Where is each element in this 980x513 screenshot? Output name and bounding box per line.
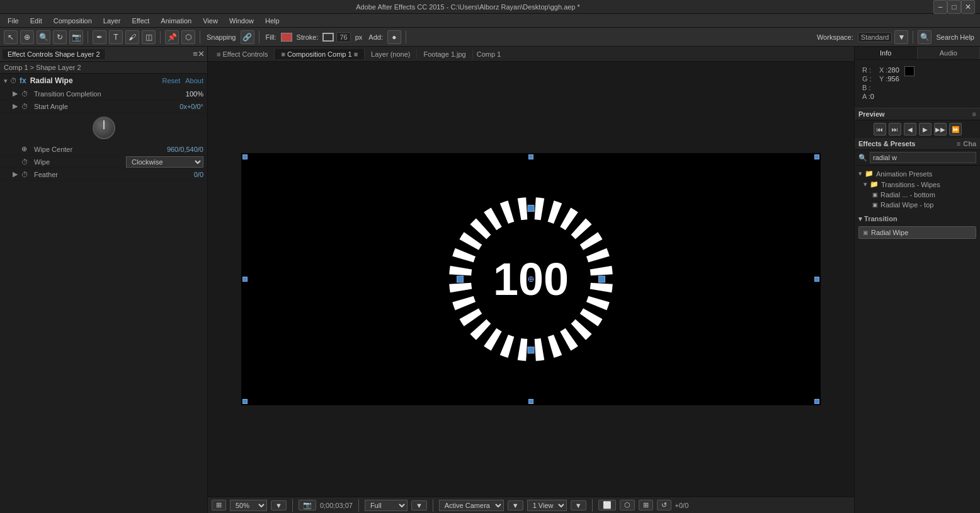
menu-bar: File Edit Composition Layer Effect Anima… bbox=[0, 14, 980, 28]
grid-overlay-btn[interactable]: ⊞ bbox=[639, 500, 653, 510]
menu-help[interactable]: Help bbox=[260, 16, 285, 26]
handle-bl[interactable] bbox=[242, 399, 248, 404]
reset-button[interactable]: Reset bbox=[162, 77, 181, 84]
handle-ml[interactable] bbox=[242, 277, 248, 282]
menu-edit[interactable]: Edit bbox=[25, 16, 47, 26]
tab-layer-viewer[interactable]: Layer (none) bbox=[365, 49, 417, 59]
handle-bc[interactable] bbox=[528, 399, 533, 404]
panel-close-btn[interactable]: ✕ bbox=[198, 49, 205, 59]
tab-info[interactable]: Info bbox=[855, 47, 918, 59]
tool-rotate[interactable]: ↻ bbox=[53, 30, 67, 44]
3d-btn[interactable]: ⬡ bbox=[620, 500, 635, 510]
tool-camera[interactable]: 📷 bbox=[69, 30, 83, 44]
tree-animation-presets[interactable]: ▾ 📁 Animation Presets bbox=[855, 168, 980, 179]
tool-stamp[interactable]: ◫ bbox=[142, 30, 156, 44]
tool-pin[interactable]: 📌 bbox=[165, 30, 179, 44]
tab-effect-controls-viewer[interactable]: ≡ Effect Controls bbox=[210, 49, 275, 59]
camera-menu[interactable]: ▼ bbox=[508, 500, 523, 510]
tool-text[interactable]: T bbox=[109, 30, 123, 44]
effect-expand[interactable]: ▾ bbox=[4, 77, 8, 85]
stroke-color[interactable] bbox=[322, 33, 334, 42]
stroke-value[interactable]: 76 bbox=[336, 32, 350, 42]
prop-stopwatch-wipe[interactable]: ⏱ bbox=[21, 158, 31, 166]
prop-value-transition[interactable]: 100% bbox=[186, 90, 203, 98]
composition-area[interactable]: 100 bbox=[208, 62, 854, 497]
prop-expand-angle[interactable]: ▶ bbox=[13, 102, 21, 110]
prop-value-center[interactable]: 960/0,540/0 bbox=[167, 146, 203, 153]
tool-brush[interactable]: 🖌 bbox=[125, 30, 139, 44]
render-btn[interactable]: ⬜ bbox=[598, 500, 616, 510]
prev-play[interactable]: ▶ bbox=[919, 123, 932, 135]
snapshot-btn[interactable]: 📷 bbox=[299, 500, 316, 510]
wipe-direction-select[interactable]: Clockwise Counter-Clockwise Both bbox=[126, 156, 203, 168]
tab-footage-viewer[interactable]: Footage 1.jpg bbox=[417, 49, 472, 59]
camera-select[interactable]: Active Camera bbox=[439, 500, 504, 511]
prev-first[interactable]: ⏮ bbox=[874, 123, 886, 135]
transition-radial-wipe[interactable]: ▣ Radial Wipe bbox=[858, 226, 976, 239]
tab-effect-controls[interactable]: Effect Controls Shape Layer 2 bbox=[3, 49, 106, 59]
preview-menu[interactable]: ≡ bbox=[972, 110, 976, 118]
menu-layer[interactable]: Layer bbox=[98, 16, 126, 26]
tree-radial-top[interactable]: ▣ Radial Wipe - top bbox=[855, 200, 980, 210]
snapping-toggle[interactable]: 🔗 bbox=[241, 30, 254, 44]
zoom-menu[interactable]: ▼ bbox=[271, 500, 287, 510]
handle-mr[interactable] bbox=[814, 277, 819, 282]
prop-stopwatch-transition[interactable]: ⏱ bbox=[21, 90, 31, 98]
fill-color[interactable] bbox=[281, 33, 292, 42]
prop-stopwatch-feather[interactable]: ⏱ bbox=[21, 171, 31, 178]
search-button[interactable]: 🔍 bbox=[918, 30, 932, 44]
quality-select[interactable]: Full Half Quarter bbox=[365, 500, 407, 511]
prop-value-feather[interactable]: 0/0 bbox=[194, 171, 203, 178]
fx-label: fx bbox=[20, 76, 26, 85]
effects-chars-btn[interactable]: Cha bbox=[963, 140, 976, 147]
menu-animation[interactable]: Animation bbox=[156, 16, 197, 26]
tool-selection[interactable]: ↖ bbox=[4, 30, 18, 44]
panel-menu-btn[interactable]: ≡ bbox=[193, 49, 198, 59]
workspace-menu[interactable]: ▼ bbox=[894, 30, 908, 44]
start-angle-dial[interactable] bbox=[93, 117, 115, 139]
tool-pen[interactable]: ✒ bbox=[93, 30, 106, 44]
prev-last[interactable]: ⏩ bbox=[949, 123, 962, 135]
prop-value-angle[interactable]: 0x+0/0° bbox=[179, 103, 203, 110]
tab-audio[interactable]: Audio bbox=[918, 47, 981, 59]
menu-composition[interactable]: Composition bbox=[48, 16, 97, 26]
close-button[interactable]: ✕ bbox=[961, 0, 975, 14]
grid-btn[interactable]: ⊞ bbox=[212, 500, 226, 510]
view-menu[interactable]: ▼ bbox=[571, 500, 586, 510]
menu-file[interactable]: File bbox=[3, 16, 24, 26]
handle-tl[interactable] bbox=[242, 154, 248, 159]
handle-tr[interactable] bbox=[814, 154, 819, 159]
add-button[interactable]: ● bbox=[387, 30, 401, 44]
tab-composition-viewer[interactable]: ≡ Composition Comp 1 ≡ bbox=[275, 49, 365, 59]
tool-zoom[interactable]: 🔍 bbox=[37, 30, 50, 44]
tool-shape[interactable]: ⬡ bbox=[181, 30, 195, 44]
comp-name-breadcrumb[interactable]: Comp 1 bbox=[473, 49, 505, 59]
maximize-button[interactable]: □ bbox=[947, 0, 961, 14]
prop-expand-transition[interactable]: ▶ bbox=[13, 89, 21, 98]
effects-search-input[interactable] bbox=[870, 152, 976, 163]
segment-13 bbox=[535, 338, 545, 361]
tree-transitions-wipes[interactable]: ▾ 📁 Transitions - Wipes bbox=[855, 179, 980, 190]
about-button[interactable]: About bbox=[185, 77, 203, 84]
prev-back[interactable]: ⏭ bbox=[889, 123, 901, 135]
refresh-btn[interactable]: ↺ bbox=[657, 500, 671, 510]
menu-effect[interactable]: Effect bbox=[127, 16, 154, 26]
workspace-value[interactable]: Standard bbox=[858, 32, 892, 42]
tree-radial-bottom[interactable]: ▣ Radial ... - bottom bbox=[855, 190, 980, 200]
prop-expand-feather[interactable]: ▶ bbox=[13, 170, 21, 178]
tool-anchor[interactable]: ⊕ bbox=[20, 30, 34, 44]
effect-visible[interactable]: ⏱ bbox=[10, 77, 17, 84]
zoom-select[interactable]: 50% 100% 25% bbox=[230, 500, 267, 511]
prop-stopwatch-angle[interactable]: ⏱ bbox=[21, 103, 31, 110]
quality-menu[interactable]: ▼ bbox=[411, 500, 427, 510]
handle-br[interactable] bbox=[814, 399, 819, 404]
menu-window[interactable]: Window bbox=[224, 16, 259, 26]
handle-tc[interactable] bbox=[528, 154, 533, 159]
effects-menu-btn[interactable]: ≡ bbox=[957, 140, 960, 147]
menu-view[interactable]: View bbox=[198, 16, 223, 26]
prev-back-frame[interactable]: ◀ bbox=[904, 123, 916, 135]
prev-fwd-frame[interactable]: ▶▶ bbox=[934, 123, 947, 135]
prop-name-feather: Feather bbox=[34, 171, 194, 178]
view-select[interactable]: 1 View bbox=[527, 500, 567, 511]
minimize-button[interactable]: – bbox=[933, 0, 947, 14]
